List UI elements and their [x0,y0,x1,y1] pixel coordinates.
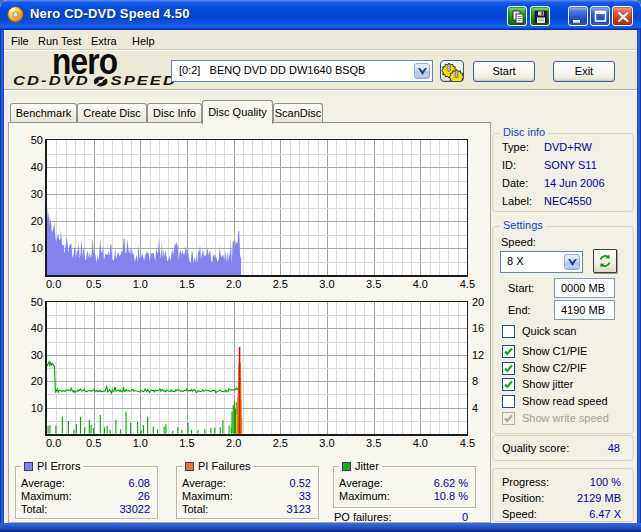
disc-info-row-value: NEC4550 [544,195,592,207]
speed-value: 8 X [507,255,524,267]
disc-info-title: Disc info [500,126,548,138]
progress-row-value: 6.47 X [541,508,621,520]
stat-row-value: 33022 [72,503,150,515]
drive-selector-value: [0:2] BENQ DVD DD DW1640 BSQB [179,64,365,76]
disc-info-row-value: 14 Jun 2006 [544,177,605,189]
window-border-bottom [0,523,641,532]
stat-row-value: 33 [233,490,311,502]
minimize-icon [569,7,589,27]
window-border-left [0,30,4,532]
disc-info-row-value: SONY S11 [544,159,597,171]
progress-row-label: Position: [502,492,544,504]
settings-title: Settings [500,219,546,231]
stat-row-label: Maximum: [21,490,72,502]
tab-create-disc[interactable]: Create Disc [77,103,147,122]
checkbox-label-show-jitter: Show jitter [522,378,573,390]
drive-selector-dropdown-button[interactable] [414,63,430,79]
exit-button[interactable]: Exit [553,61,615,82]
checkbox-show-write-speed[interactable] [502,412,515,425]
stat-box-title: Jitter [339,460,382,472]
checkbox-show-c2-pif[interactable] [502,362,515,375]
quality-score-value: 48 [560,442,620,454]
title-bar[interactable]: Nero CD-DVD Speed 4.50 [0,0,641,30]
checkbox-show-c1-pie[interactable] [502,345,515,358]
disc-info-row-label: Date: [502,177,528,189]
scan-start-label: Start: [508,282,534,294]
stat-box-title-text: PI Errors [37,460,80,472]
checkbox-show-read-speed[interactable] [502,395,515,408]
disc-info-row-label: Type: [502,141,529,153]
stat-row-label: Total: [182,503,208,515]
drive-selector-combobox[interactable]: [0:2] BENQ DVD DD DW1640 BSQB [171,60,433,82]
tab-scandisc[interactable]: ScanDisc [273,103,323,122]
scan-start-input[interactable]: 0000 MB [554,278,615,298]
checkbox-quick-scan[interactable] [502,325,515,338]
maximize-button[interactable] [590,6,610,26]
stat-box-title-text: PI Failures [198,460,251,472]
checkmark-icon [503,379,514,390]
checkbox-label-show-read-speed: Show read speed [522,395,608,407]
window-title: Nero CD-DVD Speed 4.50 [30,6,190,21]
chevron-down-icon [568,259,577,266]
logo-speed: SPEED [111,74,177,88]
maximize-icon [591,7,611,27]
progress-row-value: 100 % [541,476,621,488]
start-button[interactable]: Start [473,61,535,82]
logo-cd-dvd: CD-DVD [13,74,90,88]
stat-row-value: 26 [72,490,150,502]
stat-box-title-text: Jitter [355,460,379,472]
cd-disc-icon [7,6,24,23]
stat-row-label: Average: [182,477,226,489]
stat-row-label: Average: [21,477,65,489]
close-button[interactable] [612,6,633,26]
checkmark-icon [503,413,514,424]
tab-disc-info[interactable]: Disc Info [147,103,202,122]
legend-color-square [185,462,194,471]
scan-end-label: End: [508,304,531,316]
stat-row-value: 10.8 % [390,490,468,502]
refresh-button[interactable] [593,249,617,273]
tab-disc-quality[interactable]: Disc Quality [202,100,273,124]
progress-row-value: 2129 MB [541,492,621,504]
po-failures-value: 0 [390,511,468,523]
po-failures-label: PO failures: [334,511,391,523]
checkbox-label-show-c1-pie: Show C1/PIE [522,345,587,357]
advanced-options-button[interactable] [440,60,464,82]
cd-dvd-speed-logo: CD-DVD SPEED [13,75,177,87]
stat-row-value: 6.08 [72,477,150,489]
save-button[interactable] [530,6,550,26]
checkbox-label-show-write-speed: Show write speed [522,412,609,424]
speed-dropdown-button[interactable] [564,254,580,270]
advanced-options-icon [441,61,463,81]
minimize-button[interactable] [568,6,588,26]
progress-row-label: Speed: [502,508,537,520]
stat-row-label: Maximum: [339,490,390,502]
menu-help[interactable]: Help [131,33,156,49]
stat-row-value: 6.62 % [390,477,468,489]
save-icon [531,7,551,27]
tab-benchmark[interactable]: Benchmark [10,103,77,122]
scan-end-input[interactable]: 4190 MB [554,300,615,320]
chevron-down-icon [418,68,427,75]
legend-color-square [24,462,33,471]
stat-row-label: Average: [339,477,383,489]
menu-file[interactable]: File [10,33,30,49]
stat-row-value: 3123 [233,503,311,515]
stat-box-title: PI Failures [182,460,254,472]
stat-row-label: Total: [21,503,47,515]
checkbox-label-quick-scan: Quick scan [522,325,576,337]
speed-combobox[interactable]: 8 X [500,251,583,273]
checkmark-icon [503,363,514,374]
stat-row-label: Maximum: [182,490,233,502]
copy-button[interactable] [507,6,527,26]
legend-color-square [342,462,351,471]
speed-label: Speed: [501,236,536,248]
checkmark-icon [503,346,514,357]
disc-info-row-label: ID: [502,159,516,171]
checkbox-show-jitter[interactable] [502,378,515,391]
checkbox-label-show-c2-pif: Show C2/PIF [522,362,587,374]
app-window: Nero CD-DVD Speed 4.50 [0,0,641,532]
stat-row-value: 0.52 [233,477,311,489]
logo-disc-icon [93,76,108,87]
close-icon [613,7,634,27]
